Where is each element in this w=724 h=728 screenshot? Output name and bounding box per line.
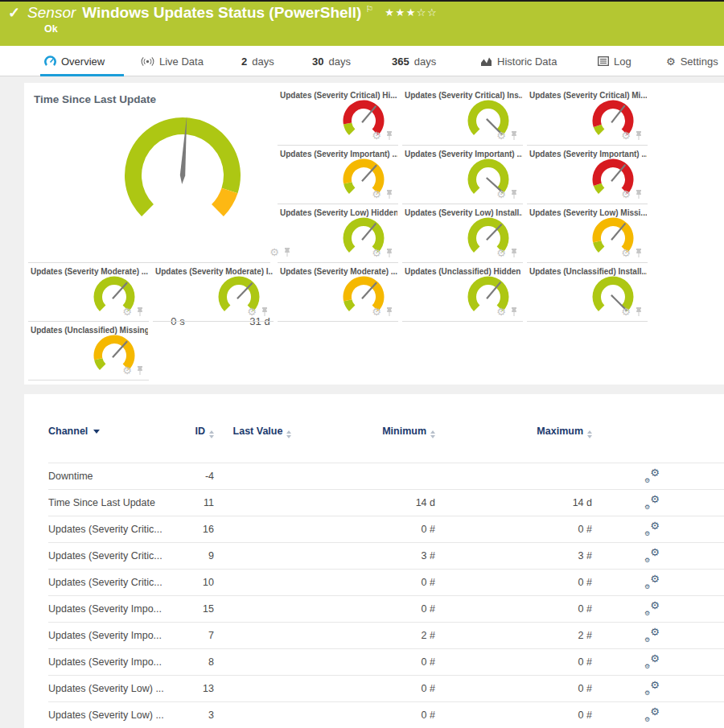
column-header-minimum[interactable]: Minimum — [294, 425, 435, 438]
actions-cell: ⚙⚙ — [592, 601, 713, 618]
gauge-settings-icon[interactable]: ⚙ — [122, 365, 132, 376]
gauge-tile-icons: ⚙ — [621, 130, 643, 141]
tab-365-days[interactable]: 365 days — [392, 46, 436, 76]
gauge-tile-icons: ⚙ — [496, 189, 518, 199]
rating-stars[interactable]: ★★★☆☆ — [385, 6, 438, 19]
gauge-settings-icon[interactable]: ⚙ — [496, 189, 506, 199]
tab-settings[interactable]: ⚙ Settings — [666, 46, 718, 76]
gauge-pin-icon[interactable] — [510, 306, 518, 317]
tab-historic-data-label: Historic Data — [497, 56, 557, 68]
gauge-settings-icon[interactable]: ⚙ — [247, 306, 257, 317]
channels-table-panel: Channel ID Last Value Minimum Maximum Do… — [24, 394, 724, 728]
gauge-icon — [44, 56, 56, 67]
column-header-last-value[interactable]: Last Value — [230, 425, 294, 438]
tab-2-days[interactable]: 2 days — [241, 46, 274, 76]
gauge-settings-icon[interactable]: ⚙ — [621, 130, 631, 141]
tab-live-data[interactable]: Live Data — [141, 46, 204, 76]
gauge-pin-icon[interactable] — [385, 189, 393, 199]
gauge-tile: Updates (Severity Moderate) ...⚙ — [278, 263, 398, 322]
tab-2-days-number: 2 — [241, 56, 247, 68]
channel-id-cell: 10 — [169, 577, 214, 588]
gauge-pin-icon[interactable] — [261, 306, 269, 317]
window-top-edge — [0, 0, 724, 2]
column-header-maximum[interactable]: Maximum — [435, 425, 592, 438]
gauge-arc-segment — [343, 182, 355, 194]
gauge-settings-icon[interactable]: ⚙ — [496, 130, 506, 141]
gear-icon: ⚙ — [666, 56, 676, 68]
gauge-pin-icon[interactable] — [510, 130, 518, 141]
gauge-tile: Updates (Severity Moderate) I...⚙ — [153, 263, 274, 322]
tab-log[interactable]: Log — [598, 46, 631, 76]
gauge-arc-segment — [343, 299, 355, 311]
active-tab-underline — [40, 74, 124, 76]
channel-id-cell: 8 — [169, 656, 214, 668]
gauge-pin-icon[interactable] — [510, 189, 518, 199]
gauge-settings-icon[interactable]: ⚙ — [122, 306, 132, 317]
column-header-channel[interactable]: Channel — [48, 425, 169, 438]
tab-overview[interactable]: Overview — [44, 46, 105, 76]
tab-live-data-label: Live Data — [159, 56, 204, 68]
channel-name-cell: Updates (Severity Impo... — [48, 656, 169, 668]
tab-30-days-number: 30 — [312, 56, 323, 68]
channel-id-cell: 9 — [169, 550, 214, 561]
gauge-pin-icon[interactable] — [635, 248, 643, 258]
gauge-settings-icon[interactable]: ⚙ — [496, 306, 506, 317]
edit-channel-gears-icon[interactable]: ⚙⚙ — [645, 707, 660, 722]
gauge-tile: Updates (Severity Critical) Mi...⚙ — [527, 87, 648, 146]
sensor-header: ✓ Sensor Windows Updates Status (PowerSh… — [0, 0, 724, 46]
gauge-settings-icon[interactable]: ⚙ — [372, 130, 381, 141]
status-ok-check-icon: ✓ — [8, 4, 20, 22]
gauge-tile: Updates (Severity Critical) Hi...⚙ — [278, 87, 398, 146]
edit-channel-gears-icon[interactable]: ⚙⚙ — [645, 681, 660, 695]
edit-channel-gears-icon[interactable]: ⚙⚙ — [645, 627, 660, 642]
table-row: Updates (Severity Low) ...130 #0 #⚙⚙ — [48, 675, 724, 701]
gauge-tile-icons: ⚙ — [621, 189, 643, 199]
minimum-cell: 0 # — [294, 656, 435, 668]
broadcast-icon — [141, 56, 154, 67]
gauge-tile-icons: ⚙ — [122, 365, 144, 376]
gauge-pin-icon[interactable] — [385, 306, 393, 317]
gauge-pin-icon[interactable] — [385, 130, 393, 141]
table-row: Updates (Severity Critic...160 #0 #⚙⚙ — [48, 516, 724, 542]
maximum-cell: 0 # — [435, 709, 592, 721]
gauge-settings-icon[interactable]: ⚙ — [621, 248, 631, 258]
tab-settings-label: Settings — [681, 56, 718, 68]
edit-channel-gears-icon[interactable]: ⚙⚙ — [645, 495, 660, 509]
edit-channel-gears-icon[interactable]: ⚙⚙ — [645, 548, 660, 562]
gauge-settings-icon[interactable]: ⚙ — [621, 189, 631, 199]
column-header-id[interactable]: ID — [169, 425, 214, 438]
tab-30-days[interactable]: 30 days — [312, 46, 351, 76]
gauge-pin-icon[interactable] — [385, 248, 393, 258]
edit-channel-gears-icon[interactable]: ⚙⚙ — [645, 574, 660, 589]
channel-name-cell: Updates (Severity Low) ... — [48, 683, 169, 694]
maximum-cell: 0 # — [435, 656, 592, 668]
gauge-tile-icons: ⚙ — [372, 189, 393, 199]
tab-historic-data[interactable]: Historic Data — [480, 46, 557, 76]
gauge-pin-icon[interactable] — [635, 130, 643, 141]
gauge-pin-icon[interactable] — [635, 306, 643, 317]
tab-overview-label: Overview — [61, 56, 105, 68]
gauge-tile-icons: ⚙ — [372, 130, 393, 141]
gauge-settings-icon[interactable]: ⚙ — [372, 189, 381, 199]
gauge-tile-icons: ⚙ — [496, 248, 518, 258]
minimum-cell: 0 # — [294, 683, 435, 694]
edit-channel-gears-icon[interactable]: ⚙⚙ — [645, 468, 660, 483]
priority-flag-icon[interactable]: ⚐ — [365, 4, 373, 14]
gauge-settings-icon[interactable]: ⚙ — [372, 248, 381, 258]
gauge-settings-icon[interactable]: ⚙ — [621, 306, 631, 317]
gauge-pin-icon[interactable] — [136, 365, 144, 376]
gauge-tile: Updates (Unclassified) Install...⚙ — [527, 263, 648, 322]
edit-channel-gears-icon[interactable]: ⚙⚙ — [645, 654, 660, 668]
tab-365-days-label: days — [414, 56, 436, 68]
actions-cell: ⚙⚙ — [592, 707, 713, 724]
edit-channel-gears-icon[interactable]: ⚙⚙ — [645, 601, 660, 615]
gauge-pin-icon[interactable] — [510, 248, 518, 258]
edit-channel-gears-icon[interactable]: ⚙⚙ — [645, 521, 660, 536]
gauge-tile-icons: ⚙ — [372, 248, 393, 258]
gauge-pin-icon[interactable] — [136, 306, 144, 317]
maximum-cell: 0 # — [435, 577, 592, 588]
gauge-pin-icon[interactable] — [635, 189, 643, 199]
gauge-tile-icons: ⚙ — [122, 306, 144, 317]
gauge-settings-icon[interactable]: ⚙ — [372, 306, 381, 317]
gauge-settings-icon[interactable]: ⚙ — [496, 248, 506, 258]
